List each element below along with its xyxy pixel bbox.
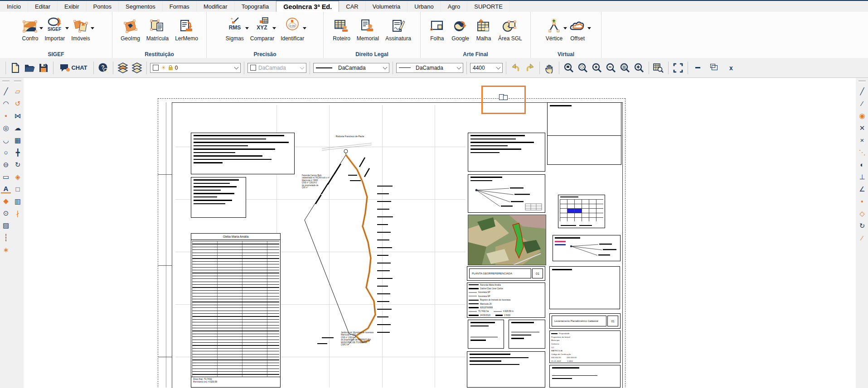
tab-volumetria[interactable]: Volumetria — [366, 1, 407, 12]
dotted-path-tool[interactable]: ⋱ — [857, 148, 867, 157]
position-tool[interactable]: ◎ — [1, 123, 11, 133]
ribbon-item-imoveis[interactable]: Imóveis — [70, 14, 91, 42]
drawing-canvas[interactable]: Fazenda Campo Belocadastrada no INCRA so… — [24, 78, 856, 388]
buffer-tool[interactable]: ⊙ — [1, 208, 11, 218]
new-file-button[interactable] — [9, 62, 22, 74]
perpendicular-tool[interactable]: ⊥ — [857, 172, 867, 182]
layer-select[interactable]: ☀ 0 — [150, 63, 241, 73]
star-tool[interactable]: ∗ — [1, 245, 11, 254]
ribbon-item-folha[interactable]: Folha — [427, 14, 446, 42]
point-tool[interactable]: ▪ — [1, 111, 11, 120]
tab-suporte[interactable]: SUPORTE — [467, 1, 510, 12]
ribbon-item-matricula[interactable]: Matrícula — [145, 14, 170, 42]
rotate-tool[interactable]: ↻ — [13, 160, 23, 169]
tab-exibir[interactable]: Exibir — [58, 1, 87, 12]
minimize-button[interactable] — [691, 62, 704, 74]
zoom-in-button[interactable] — [591, 62, 603, 74]
segment-points-tool[interactable]: ╱ — [857, 86, 867, 96]
palette-drag-handle[interactable] — [2, 81, 10, 83]
ribbon-item-confro[interactable]: Confro — [20, 14, 39, 42]
zoom-layers-button[interactable] — [619, 62, 631, 74]
circle-point-tool[interactable]: ◉ — [857, 111, 867, 120]
line-tool[interactable]: ╱ — [1, 86, 11, 96]
tab-modificar[interactable]: Modificar — [197, 1, 235, 12]
tab-segmentos[interactable]: Segmentos — [119, 1, 163, 12]
vertice-dropdown-arrow[interactable] — [563, 27, 567, 31]
linetype-select[interactable]: DaCamada — [313, 63, 389, 73]
ribbon-item-assinatura[interactable]: Assinatura — [384, 14, 412, 42]
redo-button[interactable] — [524, 62, 536, 74]
ribbon-item-identificar[interactable]: 0.00 Identificar — [279, 14, 305, 42]
tab-car[interactable]: CAR — [339, 1, 365, 12]
offset-dropdown-arrow[interactable] — [587, 27, 591, 31]
open-file-button[interactable] — [23, 62, 36, 74]
ribbon-item-importar[interactable]: SIGEF Importar — [44, 14, 67, 42]
ribbon-item-roteiro[interactable]: Roteiro — [331, 14, 352, 42]
ellipse-tool[interactable]: ⊖ — [1, 160, 11, 169]
imoveis-dropdown-arrow[interactable] — [91, 27, 94, 31]
comparar-dropdown-arrow[interactable] — [272, 27, 276, 31]
zoom-extents-button[interactable] — [577, 62, 589, 74]
move-tool[interactable]: ╋ — [13, 148, 23, 157]
zoom-object-button[interactable] — [633, 62, 645, 74]
tab-formas[interactable]: Formas — [163, 1, 197, 12]
restore-button[interactable] — [708, 62, 721, 74]
tab-agro[interactable]: Agro — [441, 1, 467, 12]
tab-pontos[interactable]: Pontos — [87, 1, 119, 12]
zoom-scale-select[interactable]: 4400 — [470, 63, 503, 73]
undo-button[interactable] — [509, 62, 522, 74]
chat-button[interactable]: CHAT — [57, 62, 90, 74]
tab-topografia[interactable]: Topografia — [235, 1, 276, 12]
tab-inicio[interactable]: Início — [0, 1, 28, 12]
circle-tool[interactable]: ○ — [1, 148, 11, 157]
color-select[interactable]: DaCamada — [247, 63, 306, 73]
rectangle-tool[interactable]: ▭ — [1, 172, 11, 182]
ribbon-item-offset[interactable]: Offset — [567, 14, 587, 42]
zoom-out-button[interactable] — [605, 62, 617, 74]
layers-manager-button[interactable] — [131, 62, 143, 74]
select-area-tool[interactable]: □ — [13, 184, 23, 194]
arc-tool[interactable]: ◠ — [1, 99, 11, 108]
palette-drag-handle[interactable] — [14, 81, 21, 83]
text-tool[interactable]: A — [1, 184, 11, 193]
ribbon-item-area-sgl[interactable]: Área SGL — [497, 14, 524, 42]
mirror-tool[interactable]: ⋈ — [13, 111, 23, 120]
sigmas-dropdown-arrow[interactable] — [245, 27, 249, 31]
zoom-window-button[interactable] — [563, 62, 575, 74]
intersection-tool[interactable]: ✕ — [857, 123, 867, 133]
ribbon-item-google[interactable]: Google — [450, 14, 470, 42]
pan-button[interactable] — [543, 62, 556, 74]
layers-freeze-button[interactable] — [116, 62, 129, 74]
intersection-dashed-tool[interactable]: × — [857, 135, 867, 145]
dimension-tool[interactable]: ┆ — [1, 233, 11, 242]
lineweight-select[interactable]: DaCamada — [396, 63, 463, 73]
tab-geoincra[interactable]: GeoIncra 3ª Ed. — [276, 1, 339, 12]
grid-tool[interactable]: ▦ — [13, 135, 23, 145]
tab-editar[interactable]: Editar — [28, 1, 58, 12]
trim-tool[interactable]: ∤ — [13, 209, 23, 218]
identificar-dropdown-arrow[interactable] — [303, 27, 306, 31]
ribbon-item-vertice[interactable]: Vértice — [544, 14, 564, 42]
modify-tool[interactable]: ↺ — [13, 99, 23, 108]
confro-dropdown-arrow[interactable] — [39, 27, 43, 31]
palette-drag-handle[interactable] — [858, 81, 866, 83]
node-tool[interactable]: • — [857, 196, 867, 206]
ribbon-item-sigmas[interactable]: +RMS Sigmas — [224, 14, 245, 42]
eraser-tool[interactable]: ▱ — [13, 86, 23, 96]
help-button[interactable]: ? — [97, 62, 110, 74]
shape-circle-tool[interactable]: ◐ — [857, 160, 867, 169]
ribbon-item-comparar[interactable]: XYZ Comparar — [249, 14, 276, 42]
diamond-points-tool[interactable]: ◇ — [857, 209, 867, 218]
ribbon-item-malha[interactable]: Malha — [474, 14, 493, 42]
close-button[interactable]: x — [725, 62, 737, 74]
rotate-point-tool[interactable]: ↻ — [857, 221, 867, 230]
hatch-tool[interactable]: ▨ — [1, 220, 11, 230]
save-button[interactable] — [37, 62, 50, 74]
angle-point-tool[interactable]: ∠ — [857, 184, 867, 194]
document-tool[interactable]: ▥ — [13, 196, 23, 206]
point-on-line-tool[interactable]: ∕ — [857, 99, 867, 108]
ribbon-item-memorial[interactable]: Memorial — [355, 14, 380, 42]
ribbon-item-lermemo[interactable]: LerMemo — [174, 14, 199, 42]
fullscreen-button[interactable] — [672, 62, 684, 74]
selected-object[interactable] — [503, 95, 508, 100]
